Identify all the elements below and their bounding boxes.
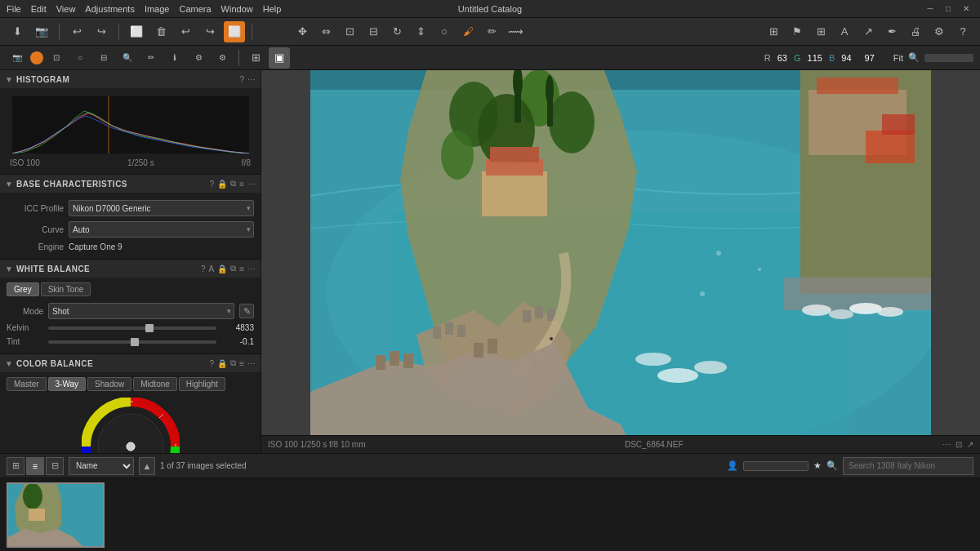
- zoom-icon[interactable]: 🔍: [908, 52, 920, 63]
- grid-small-icon[interactable]: ⊞: [245, 47, 266, 69]
- help-button[interactable]: ?: [952, 21, 973, 42]
- export-button[interactable]: ⬜: [224, 21, 245, 42]
- eyedropper-button[interactable]: ✎: [239, 304, 254, 318]
- icc-select[interactable]: Nikon D7000 Generic: [69, 200, 254, 216]
- tint-slider[interactable]: [48, 340, 216, 344]
- cb-lock[interactable]: 🔒: [217, 359, 227, 368]
- maximize-button[interactable]: □: [941, 3, 956, 15]
- cb-more[interactable]: ⋯: [247, 359, 256, 368]
- search-input[interactable]: [843, 457, 973, 475]
- grid-view-btn[interactable]: ⊞: [7, 457, 24, 475]
- menu-window[interactable]: Window: [221, 4, 253, 14]
- minimize-button[interactable]: ─: [923, 3, 938, 15]
- crop-tool[interactable]: ⊡: [339, 21, 360, 42]
- keyword-button[interactable]: ⊞: [810, 21, 831, 42]
- clone-tool[interactable]: ✏: [481, 21, 502, 42]
- cb-tab-master[interactable]: Master: [7, 377, 47, 391]
- base-char-header[interactable]: ▼ BASE CHARACTERISTICS ? 🔒 ⧉ ≡ ⋯: [0, 175, 261, 193]
- cb-header[interactable]: ▼ COLOR BALANCE ? 🔒 ⧉ ≡ ⋯: [0, 354, 261, 372]
- heal-tool[interactable]: ⟿: [505, 21, 526, 42]
- detail-view-btn[interactable]: ⊟: [46, 457, 64, 475]
- pen-button[interactable]: ✒: [881, 21, 902, 42]
- curve-select[interactable]: Auto: [69, 221, 254, 238]
- wb-tab-skin[interactable]: Skin Tone: [41, 282, 91, 296]
- menu-view[interactable]: View: [56, 4, 76, 14]
- wb-more[interactable]: ⋯: [247, 264, 256, 273]
- back-button[interactable]: ↩: [175, 21, 196, 42]
- footer-icon-2[interactable]: ⊡: [956, 440, 962, 449]
- orange-circle-icon[interactable]: [30, 51, 43, 64]
- cb-tab-midtone[interactable]: Midtone: [133, 377, 177, 391]
- base-char-more[interactable]: ⋯: [247, 180, 256, 189]
- cb-tab-highlight[interactable]: Highlight: [179, 377, 225, 391]
- base-char-copy[interactable]: ⧉: [230, 179, 236, 189]
- histogram-header[interactable]: ▼ HISTOGRAM ? ⋯: [0, 70, 261, 88]
- list-view-btn[interactable]: ≡: [26, 457, 44, 475]
- cb-copy[interactable]: ⧉: [230, 358, 236, 368]
- user-icon[interactable]: 👤: [727, 460, 738, 471]
- base-char-lock[interactable]: 🔒: [217, 180, 227, 189]
- settings2-icon[interactable]: ⚙: [188, 47, 209, 69]
- rotate-tool[interactable]: ↻: [386, 21, 408, 42]
- base-char-help[interactable]: ?: [210, 180, 215, 189]
- select-tool[interactable]: ✥: [292, 21, 313, 42]
- footer-icon-1[interactable]: ⋯: [942, 440, 951, 449]
- cb-tab-shadow[interactable]: Shadow: [87, 377, 131, 391]
- settings-button[interactable]: ⚙: [929, 21, 950, 42]
- wb-menu[interactable]: ≡: [239, 264, 244, 273]
- arrow-button[interactable]: ↗: [858, 21, 879, 42]
- menu-adjustments[interactable]: Adjustments: [85, 4, 135, 14]
- info-icon[interactable]: ℹ: [164, 47, 185, 69]
- sort-select[interactable]: Name: [69, 457, 134, 475]
- redo-button[interactable]: ↪: [91, 21, 112, 42]
- loupe-icon[interactable]: 🔍: [117, 47, 138, 69]
- pencil-icon[interactable]: ✏: [140, 47, 162, 69]
- histogram-help-icon[interactable]: ?: [239, 75, 244, 84]
- move-tool[interactable]: ⇔: [315, 21, 336, 42]
- crop-icon[interactable]: ⊟: [93, 47, 114, 69]
- tools-icon[interactable]: ⚙: [212, 47, 233, 69]
- camera-button[interactable]: 📷: [31, 21, 52, 42]
- text-button[interactable]: A: [834, 21, 855, 42]
- single-view-icon[interactable]: ▣: [269, 47, 290, 69]
- star-icon[interactable]: ★: [813, 460, 822, 471]
- wb-tab-grey[interactable]: Grey: [7, 282, 39, 296]
- wb-lock[interactable]: 🔒: [217, 264, 227, 273]
- sort-direction-button[interactable]: ▲: [139, 457, 155, 475]
- flip-tool[interactable]: ⇕: [410, 21, 431, 42]
- footer-icon-3[interactable]: ↗: [967, 440, 973, 449]
- menu-image[interactable]: Image: [145, 4, 170, 14]
- cb-menu[interactable]: ≡: [239, 359, 244, 368]
- main-color-wheel[interactable]: [82, 398, 180, 453]
- menu-file[interactable]: File: [7, 4, 21, 14]
- kelvin-slider[interactable]: [48, 327, 216, 330]
- wb-auto[interactable]: A: [208, 264, 214, 273]
- wb-help[interactable]: ?: [201, 264, 206, 273]
- grid-view-button[interactable]: ⊞: [763, 21, 784, 42]
- brush-tool[interactable]: 🖌: [457, 21, 479, 42]
- wb-mode-select[interactable]: Shot: [48, 303, 234, 319]
- menu-edit[interactable]: Edit: [31, 4, 47, 14]
- cb-help[interactable]: ?: [210, 359, 215, 368]
- close-button[interactable]: ✕: [959, 3, 973, 15]
- copy-button[interactable]: ⬜: [126, 21, 147, 42]
- thumbnail-1[interactable]: [7, 482, 105, 548]
- undo-button[interactable]: ↩: [66, 21, 87, 42]
- straighten-tool[interactable]: ⊟: [363, 21, 384, 42]
- forward-button[interactable]: ↪: [199, 21, 220, 42]
- menu-camera[interactable]: Camera: [179, 4, 211, 14]
- wb-header[interactable]: ▼ WHITE BALANCE ? A 🔒 ⧉ ≡ ⋯: [0, 260, 261, 278]
- circle-b-icon[interactable]: ○: [69, 47, 91, 69]
- print-button[interactable]: 🖨: [905, 21, 926, 42]
- import-button[interactable]: ⬇: [7, 21, 28, 42]
- wb-copy[interactable]: ⧉: [230, 264, 236, 273]
- flag-button[interactable]: ⚑: [786, 21, 808, 42]
- search-icon[interactable]: 🔍: [826, 460, 838, 471]
- delete-button[interactable]: 🗑: [150, 21, 172, 42]
- cb-tab-3way[interactable]: 3-Way: [48, 377, 87, 391]
- menu-help[interactable]: Help: [263, 4, 282, 14]
- base-char-menu[interactable]: ≡: [239, 180, 244, 189]
- camera-icon[interactable]: 📷: [7, 47, 28, 69]
- circle-tool[interactable]: ○: [434, 21, 455, 42]
- histogram-more-icon[interactable]: ⋯: [247, 75, 256, 84]
